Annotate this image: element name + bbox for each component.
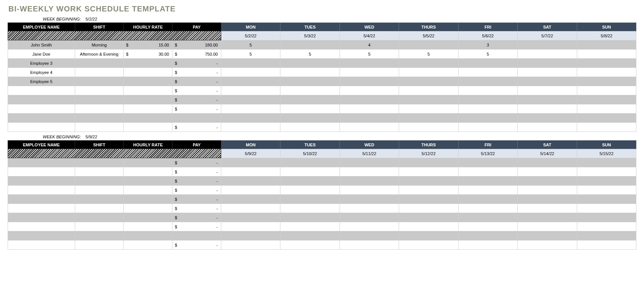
week-beginning-date[interactable]: 5/2/22 [85, 17, 97, 21]
hours-cell[interactable] [280, 240, 340, 250]
hours-cell[interactable] [221, 195, 280, 204]
hours-cell[interactable] [577, 77, 636, 86]
hours-cell[interactable] [221, 222, 280, 231]
hours-cell[interactable] [280, 204, 340, 213]
hours-cell[interactable] [577, 222, 636, 231]
hours-cell[interactable] [340, 176, 399, 186]
hours-cell[interactable] [340, 167, 399, 176]
hours-cell[interactable] [280, 158, 340, 167]
hours-cell[interactable]: 5 [340, 50, 399, 59]
hours-cell[interactable] [399, 195, 458, 204]
hours-cell[interactable] [518, 240, 577, 250]
shift-cell[interactable] [75, 114, 124, 123]
hours-cell[interactable] [221, 104, 280, 114]
hours-cell[interactable] [280, 213, 340, 222]
hours-cell[interactable] [577, 59, 636, 68]
hours-cell[interactable] [340, 77, 399, 86]
shift-cell[interactable] [75, 86, 124, 95]
hours-cell[interactable] [458, 123, 517, 132]
hours-cell[interactable] [458, 176, 517, 186]
hours-cell[interactable] [577, 68, 636, 77]
hours-cell[interactable] [399, 123, 458, 132]
hours-cell[interactable] [518, 186, 577, 195]
hours-cell[interactable] [399, 77, 458, 86]
hours-cell[interactable]: 3 [458, 40, 517, 50]
shift-cell[interactable] [75, 240, 124, 250]
hours-cell[interactable] [458, 86, 517, 95]
employee-name-cell[interactable] [8, 95, 75, 104]
employee-name-cell[interactable]: Employee 3 [8, 59, 75, 68]
hourly-rate-cell[interactable] [124, 95, 172, 104]
shift-cell[interactable] [75, 158, 124, 167]
employee-name-cell[interactable] [8, 186, 75, 195]
hours-cell[interactable] [280, 104, 340, 114]
hours-cell[interactable] [280, 68, 340, 77]
hourly-rate-cell[interactable] [124, 86, 172, 95]
shift-cell[interactable] [75, 231, 124, 240]
hours-cell[interactable] [340, 95, 399, 104]
hourly-rate-cell[interactable] [124, 59, 172, 68]
employee-name-cell[interactable]: Employee 5 [8, 77, 75, 86]
hours-cell[interactable] [280, 195, 340, 204]
hours-cell[interactable] [577, 231, 636, 240]
hours-cell[interactable] [399, 40, 458, 50]
hours-cell[interactable] [280, 167, 340, 176]
hours-cell[interactable] [458, 59, 517, 68]
hours-cell[interactable] [577, 213, 636, 222]
hourly-rate-cell[interactable] [124, 195, 172, 204]
hours-cell[interactable] [399, 104, 458, 114]
hours-cell[interactable] [518, 95, 577, 104]
week-beginning-date[interactable]: 5/9/22 [85, 135, 97, 139]
shift-cell[interactable] [75, 213, 124, 222]
hours-cell[interactable]: 5 [221, 40, 280, 50]
hours-cell[interactable] [399, 68, 458, 77]
hours-cell[interactable] [458, 186, 517, 195]
hourly-rate-cell[interactable]: $15.00 [124, 40, 172, 50]
hours-cell[interactable] [577, 204, 636, 213]
hours-cell[interactable] [399, 240, 458, 250]
hours-cell[interactable] [399, 222, 458, 231]
hours-cell[interactable] [221, 123, 280, 132]
hours-cell[interactable] [518, 40, 577, 50]
hours-cell[interactable] [458, 240, 517, 250]
hourly-rate-cell[interactable] [124, 204, 172, 213]
hourly-rate-cell[interactable] [124, 68, 172, 77]
hours-cell[interactable] [577, 123, 636, 132]
hours-cell[interactable] [577, 158, 636, 167]
hours-cell[interactable] [518, 176, 577, 186]
hours-cell[interactable] [518, 231, 577, 240]
hours-cell[interactable]: 5 [221, 50, 280, 59]
hours-cell[interactable] [221, 68, 280, 77]
hours-cell[interactable] [518, 158, 577, 167]
shift-cell[interactable]: Morning [75, 40, 124, 50]
hours-cell[interactable] [458, 77, 517, 86]
hours-cell[interactable] [399, 231, 458, 240]
hours-cell[interactable] [518, 86, 577, 95]
employee-name-cell[interactable]: Employee 4 [8, 68, 75, 77]
shift-cell[interactable] [75, 123, 124, 132]
hours-cell[interactable] [577, 186, 636, 195]
hours-cell[interactable] [221, 158, 280, 167]
employee-name-cell[interactable] [8, 195, 75, 204]
hours-cell[interactable] [221, 240, 280, 250]
employee-name-cell[interactable] [8, 114, 75, 123]
hours-cell[interactable] [518, 123, 577, 132]
hours-cell[interactable] [577, 114, 636, 123]
shift-cell[interactable] [75, 59, 124, 68]
hours-cell[interactable] [458, 158, 517, 167]
employee-name-cell[interactable] [8, 240, 75, 250]
employee-name-cell[interactable] [8, 231, 75, 240]
employee-name-cell[interactable]: John Smith [8, 40, 75, 50]
hourly-rate-cell[interactable] [124, 158, 172, 167]
employee-name-cell[interactable] [8, 204, 75, 213]
hours-cell[interactable] [280, 40, 340, 50]
hours-cell[interactable] [577, 50, 636, 59]
hours-cell[interactable] [221, 231, 280, 240]
hours-cell[interactable] [340, 104, 399, 114]
hours-cell[interactable] [280, 86, 340, 95]
hours-cell[interactable] [458, 95, 517, 104]
hours-cell[interactable] [399, 114, 458, 123]
hourly-rate-cell[interactable] [124, 186, 172, 195]
shift-cell[interactable] [75, 77, 124, 86]
hours-cell[interactable] [399, 59, 458, 68]
